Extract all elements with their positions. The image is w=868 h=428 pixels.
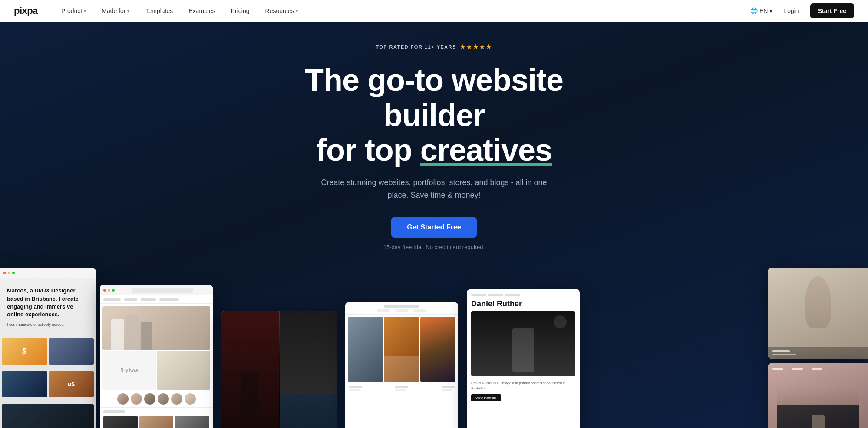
screenshot-woman-portrait [768,268,868,359]
daniel-desc: Daniel Ruther is a lifestyle and portrai… [471,381,575,390]
nav-items: Product ▾ Made for ▾ Templates Examples … [53,0,750,22]
nav-product[interactable]: Product ▾ [53,0,94,22]
start-free-button[interactable]: Start Free [810,3,854,18]
get-started-button[interactable]: Get Started Free [391,217,476,238]
chevron-icon: ▾ [127,9,129,13]
nav-templates[interactable]: Templates [137,0,181,22]
screenshot-adrine: Adrine Williams [768,363,868,428]
chevron-icon: ▾ [769,7,772,14]
logo[interactable]: pixpa [14,5,38,17]
nav-made-for[interactable]: Made for ▾ [94,0,137,22]
screenshot-landscape [345,302,458,428]
hero-section: TOP RATED FOR 11+ YEARS ★★★★★ The go-to … [0,0,868,428]
screenshot-seth: Buy Now [100,285,213,428]
globe-icon: 🌐 [750,7,758,14]
sc-left-body: I communicate effectively across... [7,322,89,328]
daniel-name: Daniel Ruther [471,299,575,309]
screenshot-daniel: Daniel Ruther Daniel Ruther is a lifesty… [467,289,580,428]
screenshot-fashion [221,311,337,428]
star-rating: ★★★★★ [460,43,492,50]
login-button[interactable]: Login [779,5,803,17]
screenshots-area: Marcos, a UI/UX Designer based in Brisba… [0,268,868,428]
trial-note: 15-day free trial. No credit card requir… [261,244,608,250]
hero-subtext: Create stunning websites, portfolios, st… [313,176,556,202]
hero-content: TOP RATED FOR 11+ YEARS ★★★★★ The go-to … [252,22,617,250]
nav-resources[interactable]: Resources ▾ [257,0,306,22]
daniel-cta: View Portfolio [471,394,501,401]
screenshot-left-edge: Marcos, a UI/UX Designer based in Brisba… [0,268,96,428]
nav-pricing[interactable]: Pricing [223,0,257,22]
language-selector[interactable]: 🌐 EN ▾ [750,7,772,14]
navbar: pixpa Product ▾ Made for ▾ Templates Exa… [0,0,868,22]
navbar-right: 🌐 EN ▾ Login Start Free [750,3,854,18]
chevron-icon: ▾ [296,9,298,13]
hero-headline: The go-to website builder for top creati… [261,63,608,168]
chevron-icon: ▾ [84,9,86,13]
sc-left-heading: Marcos, a UI/UX Designer based in Brisba… [7,287,89,319]
top-rated-badge: TOP RATED FOR 11+ YEARS ★★★★★ [376,43,492,50]
nav-examples[interactable]: Examples [181,0,223,22]
